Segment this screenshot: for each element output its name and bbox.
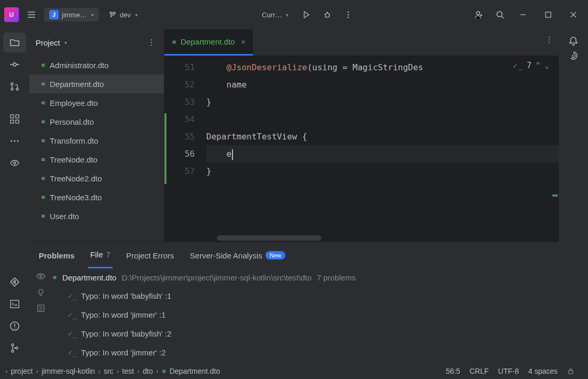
indent-setting[interactable]: 4 spaces <box>528 367 558 375</box>
notifications-icon[interactable] <box>568 36 579 46</box>
breadcrumb-item[interactable]: src <box>104 367 114 375</box>
run-config-selector[interactable]: Curr… ▾ <box>257 9 294 21</box>
tree-item[interactable]: ∝TreeNode2.dto <box>29 169 164 188</box>
close-button[interactable] <box>563 6 584 23</box>
search-icon[interactable] <box>492 6 508 23</box>
tree-item[interactable]: ∝TreeNode.dto <box>29 150 164 169</box>
chevron-right-icon: › <box>36 367 39 375</box>
code-editor[interactable]: 51 52 53 54 55 56 57 @JsonDeserialize(us… <box>164 56 559 242</box>
svg-rect-6 <box>546 12 551 17</box>
tab-problems[interactable]: Problems <box>37 242 76 268</box>
run-button[interactable] <box>298 6 315 23</box>
editor-split: Project ▾ ∝Administrator.dto ∝Department… <box>29 29 559 242</box>
vcs-branch-selector[interactable]: dev ▾ <box>103 8 143 21</box>
dto-icon: ∝ <box>41 79 46 89</box>
tab-server-analysis[interactable]: Server-Side Analysis New <box>188 242 287 268</box>
svg-rect-14 <box>16 120 19 123</box>
breadcrumb-item[interactable]: jimmer-sql-kotlin <box>41 367 95 375</box>
dto-icon: ∝ <box>41 192 46 202</box>
problems-file-row[interactable]: ∝ Department.dto D:\Projects\jimmer\proj… <box>52 268 559 286</box>
editor-tab-active[interactable]: ∝ Department.dto × <box>164 29 253 56</box>
eye-icon[interactable] <box>36 272 46 281</box>
maximize-button[interactable] <box>538 6 559 23</box>
change-marker <box>164 113 167 184</box>
line-separator[interactable]: CRLF <box>470 367 489 375</box>
svg-point-1 <box>348 12 349 13</box>
chevron-down-icon[interactable]: ⌄ <box>545 61 549 70</box>
svg-rect-33 <box>569 371 573 374</box>
more-actions-icon[interactable] <box>340 6 357 23</box>
problems-body: ∝ Department.dto D:\Projects\jimmer\proj… <box>29 268 559 363</box>
titlebar: IJ J jimme… ▾ dev ▾ Curr… ▾ <box>0 0 588 29</box>
svg-point-25 <box>151 39 152 40</box>
caret-position[interactable]: 56:5 <box>446 367 460 375</box>
problem-item[interactable]: ✓̲Typo: In word 'babyfish' :1 <box>52 286 559 305</box>
chevron-right-icon: › <box>5 367 8 375</box>
svg-point-18 <box>14 162 16 164</box>
dto-icon: ∝ <box>172 37 176 47</box>
pull-requests-icon[interactable] <box>3 77 26 96</box>
new-badge: New <box>265 251 285 259</box>
lock-icon[interactable] <box>567 367 574 375</box>
project-panel-header: Project ▾ <box>29 29 164 56</box>
svg-rect-13 <box>10 120 14 123</box>
tree-item[interactable]: ∝Transform.dto <box>29 131 164 150</box>
more-tools-icon[interactable] <box>3 131 26 151</box>
editor-tabbar: ∝ Department.dto × <box>164 29 559 56</box>
more-actions-icon[interactable] <box>145 36 158 49</box>
typo-icon: ✓̲ <box>68 329 77 338</box>
vcs-tool-icon[interactable] <box>3 338 26 358</box>
bulb-icon[interactable] <box>37 288 45 297</box>
svg-point-24 <box>16 347 18 349</box>
close-icon[interactable]: × <box>241 38 245 46</box>
problem-item[interactable]: ✓̲Typo: In word 'jimmer' :2 <box>52 343 559 362</box>
inspection-badge[interactable]: ✓̲ 7 ^ ⌄ <box>513 61 549 70</box>
svg-point-10 <box>16 88 18 90</box>
run-tool-icon[interactable] <box>3 272 26 292</box>
breadcrumb-item[interactable]: dto <box>143 367 153 375</box>
tree-item[interactable]: ∝TreeNode3.dto <box>29 188 164 207</box>
tree-item[interactable]: ∝User.dto <box>29 207 164 225</box>
list-icon[interactable] <box>37 304 45 312</box>
status-bar: › project › jimmer-sql-kotlin › src › te… <box>0 363 588 379</box>
tab-file[interactable]: File 7 <box>88 242 113 268</box>
editor-tab-label: Department.dto <box>181 37 235 46</box>
project-panel: Project ▾ ∝Administrator.dto ∝Department… <box>29 29 164 242</box>
file-encoding[interactable]: UTF-8 <box>498 367 519 375</box>
problems-tool-icon[interactable] <box>3 316 26 336</box>
svg-point-17 <box>17 140 19 142</box>
tab-project-errors[interactable]: Project Errors <box>124 242 176 268</box>
chevron-down-icon[interactable]: ▾ <box>64 40 67 46</box>
breadcrumb-item[interactable]: test <box>122 367 134 375</box>
project-tool-icon[interactable] <box>3 33 26 52</box>
tree-item[interactable]: ∝Personal.dto <box>29 112 164 131</box>
terminal-tool-icon[interactable] <box>3 294 26 314</box>
project-initial-box: J <box>49 10 59 19</box>
eye-tool-icon[interactable] <box>3 153 26 173</box>
project-selector[interactable]: J jimme… ▾ <box>44 8 99 21</box>
chevron-right-icon: › <box>117 367 119 375</box>
minimize-button[interactable] <box>513 6 534 23</box>
main-area: Project ▾ ∝Administrator.dto ∝Department… <box>0 29 588 363</box>
project-tree[interactable]: ∝Administrator.dto ∝Department.dto ∝Empl… <box>29 56 164 242</box>
ai-spiral-icon[interactable] <box>568 50 579 61</box>
gutter: 51 52 53 54 55 56 57 <box>164 56 206 242</box>
tree-item-selected[interactable]: ∝Department.dto <box>29 74 164 93</box>
chevron-up-icon[interactable]: ^ <box>536 61 540 70</box>
hamburger-icon[interactable] <box>23 6 40 23</box>
horizontal-scrollbar[interactable] <box>217 235 321 241</box>
svg-point-4 <box>476 12 480 15</box>
code-with-me-icon[interactable] <box>471 6 487 23</box>
editor-menu-icon[interactable] <box>545 36 553 44</box>
problem-item[interactable]: ✓̲Typo: In word 'jimmer' :1 <box>52 305 559 324</box>
structure-tool-icon[interactable] <box>3 109 26 129</box>
problem-item[interactable]: ✓̲Typo: In word 'babyfish' :2 <box>52 324 559 343</box>
branch-icon <box>108 10 117 19</box>
dto-icon: ∝ <box>162 366 167 376</box>
tree-item[interactable]: ∝Administrator.dto <box>29 56 164 74</box>
tree-item[interactable]: ∝Employee.dto <box>29 93 164 112</box>
breadcrumb-file[interactable]: ∝ Department.dto <box>162 366 220 376</box>
commit-tool-icon[interactable] <box>3 55 26 74</box>
breadcrumb-item[interactable]: project <box>11 367 33 375</box>
debug-button[interactable] <box>319 6 336 23</box>
